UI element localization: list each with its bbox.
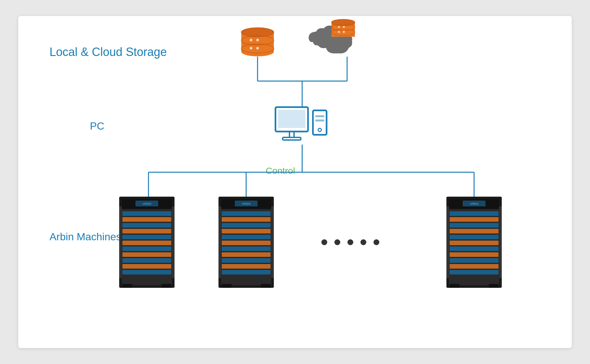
svg-rect-80 — [450, 211, 499, 216]
svg-rect-93 — [450, 284, 459, 288]
svg-point-4 — [241, 36, 274, 45]
svg-rect-59 — [221, 199, 271, 209]
local-db-icon — [241, 28, 274, 56]
svg-rect-86 — [450, 246, 499, 251]
svg-rect-64 — [222, 235, 271, 239]
svg-rect-69 — [222, 264, 271, 269]
svg-point-9 — [256, 47, 259, 49]
svg-rect-37 — [119, 197, 175, 288]
svg-rect-57 — [218, 197, 274, 288]
svg-rect-74 — [261, 284, 271, 288]
svg-rect-95 — [463, 201, 485, 206]
svg-rect-55 — [135, 201, 158, 206]
label-local-cloud-storage: Local & Cloud Storage — [49, 45, 167, 59]
svg-point-7 — [256, 39, 259, 41]
svg-point-97 — [321, 239, 327, 245]
arbin-machine-2: ARBIN — [218, 197, 274, 288]
svg-rect-27 — [283, 137, 301, 140]
svg-rect-45 — [122, 241, 171, 245]
svg-point-18 — [338, 31, 340, 33]
svg-rect-30 — [315, 119, 324, 121]
svg-rect-78 — [449, 199, 499, 285]
svg-text:ARBIN: ARBIN — [470, 202, 479, 205]
svg-rect-85 — [450, 241, 499, 245]
svg-rect-48 — [122, 258, 171, 263]
svg-rect-29 — [315, 115, 324, 117]
svg-point-15 — [331, 29, 355, 35]
svg-rect-49 — [122, 264, 171, 269]
label-arbin-machines: Arbin Machines — [49, 231, 121, 243]
svg-rect-82 — [450, 223, 499, 228]
svg-rect-87 — [450, 252, 499, 257]
svg-rect-79 — [449, 199, 499, 209]
svg-point-14 — [331, 24, 355, 31]
svg-rect-68 — [222, 258, 271, 263]
svg-rect-70 — [222, 270, 271, 274]
svg-rect-58 — [221, 199, 271, 285]
svg-point-5 — [241, 44, 274, 53]
arbin-machine-1: ARBIN — [119, 197, 175, 288]
svg-rect-65 — [222, 241, 271, 245]
svg-point-13 — [331, 19, 355, 26]
svg-point-101 — [373, 239, 379, 245]
svg-point-31 — [318, 128, 321, 132]
svg-rect-28 — [313, 110, 327, 135]
svg-rect-24 — [275, 107, 308, 132]
svg-rect-94 — [489, 284, 499, 288]
svg-rect-88 — [450, 258, 499, 263]
svg-point-10 — [331, 29, 355, 35]
svg-rect-47 — [122, 252, 171, 257]
svg-rect-38 — [122, 199, 172, 285]
svg-point-2 — [241, 28, 274, 37]
svg-rect-84 — [450, 235, 499, 239]
svg-rect-60 — [222, 211, 271, 216]
svg-point-16 — [338, 26, 340, 28]
svg-point-98 — [334, 239, 340, 245]
svg-rect-73 — [222, 284, 232, 288]
main-card: Local & Cloud Storage PC Control Arbin M… — [18, 16, 572, 348]
diagram-svg: ARBIN ARBIN — [18, 16, 572, 348]
arbin-machine-3: ARBIN — [446, 197, 502, 288]
svg-point-100 — [360, 239, 366, 245]
svg-rect-77 — [446, 197, 502, 288]
svg-rect-11 — [331, 22, 355, 37]
svg-point-8 — [250, 47, 252, 49]
svg-point-12 — [331, 19, 355, 26]
svg-text:ARBIN: ARBIN — [142, 202, 151, 205]
svg-rect-75 — [235, 201, 258, 206]
label-control: Control — [266, 166, 295, 176]
svg-point-19 — [343, 31, 345, 33]
svg-rect-83 — [450, 229, 499, 233]
svg-rect-71 — [218, 206, 221, 278]
pc-icon — [275, 107, 327, 140]
svg-point-3 — [241, 28, 274, 37]
svg-rect-25 — [278, 110, 305, 128]
svg-rect-63 — [222, 229, 271, 233]
svg-rect-89 — [450, 264, 499, 269]
svg-rect-61 — [222, 217, 271, 222]
svg-rect-46 — [122, 246, 171, 251]
label-pc: PC — [90, 120, 104, 132]
svg-point-6 — [250, 39, 252, 41]
svg-rect-92 — [499, 206, 502, 278]
svg-rect-66 — [222, 246, 271, 251]
svg-rect-52 — [172, 206, 175, 278]
svg-rect-91 — [446, 206, 449, 278]
svg-rect-43 — [122, 229, 171, 233]
svg-rect-44 — [122, 235, 171, 239]
svg-point-0 — [241, 47, 274, 56]
svg-rect-72 — [271, 206, 274, 278]
svg-point-99 — [347, 239, 353, 245]
svg-rect-62 — [222, 223, 271, 228]
svg-rect-81 — [450, 217, 499, 222]
svg-rect-39 — [122, 199, 172, 209]
svg-rect-67 — [222, 252, 271, 257]
svg-rect-1 — [241, 32, 274, 52]
svg-text:ARBIN: ARBIN — [242, 202, 251, 205]
svg-rect-26 — [289, 132, 294, 137]
svg-rect-42 — [122, 223, 171, 228]
svg-rect-53 — [122, 284, 132, 288]
svg-rect-40 — [122, 211, 171, 216]
cloud-db-icon — [309, 19, 355, 53]
svg-point-17 — [343, 26, 345, 28]
